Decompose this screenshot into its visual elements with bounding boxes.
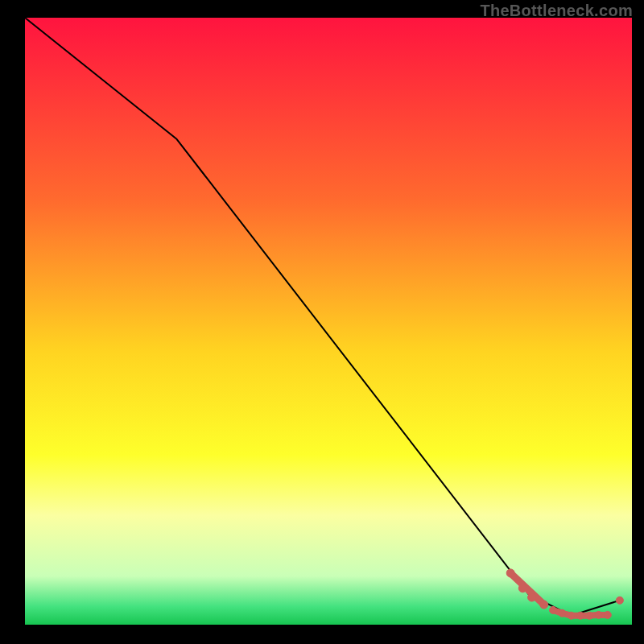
marker-dot bbox=[506, 569, 514, 577]
watermark-text: TheBottleneck.com bbox=[480, 2, 633, 20]
marker-dot bbox=[595, 611, 602, 618]
chart-overlay bbox=[25, 18, 632, 625]
marker-dot bbox=[550, 606, 557, 613]
marker-dot bbox=[604, 611, 611, 618]
chart-stage: TheBottleneck.com bbox=[0, 0, 644, 644]
marker-cluster bbox=[506, 569, 623, 619]
marker-dot bbox=[518, 584, 526, 592]
marker-dot bbox=[528, 593, 536, 601]
bottleneck-curve bbox=[25, 18, 620, 616]
marker-lead-stroke bbox=[510, 573, 544, 605]
marker-dot bbox=[568, 612, 575, 619]
marker-dot bbox=[576, 612, 584, 619]
marker-dot bbox=[559, 609, 566, 617]
marker-dot bbox=[540, 601, 548, 609]
marker-dot bbox=[586, 612, 593, 619]
marker-dot bbox=[616, 597, 623, 604]
